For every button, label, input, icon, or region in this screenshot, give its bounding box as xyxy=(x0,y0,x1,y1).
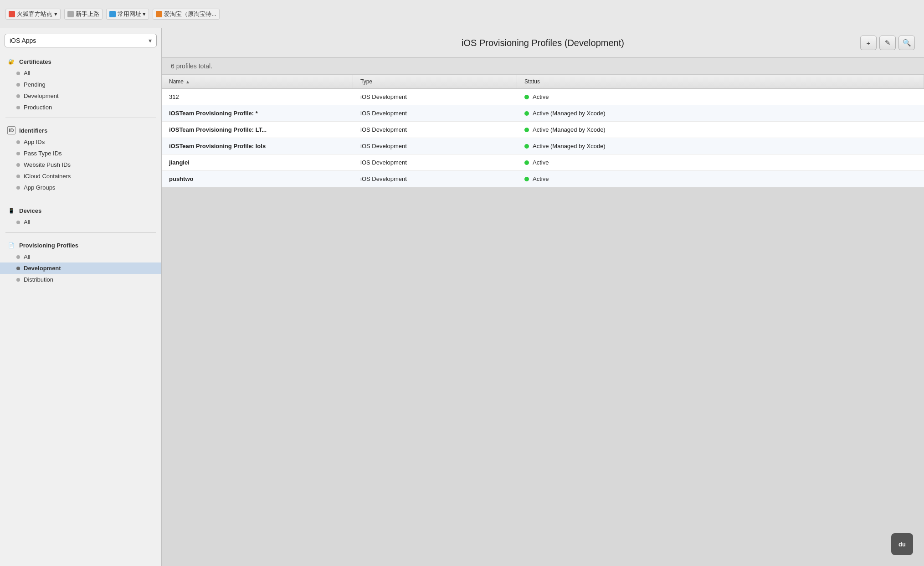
sidebar-item-cert-production[interactable]: Production xyxy=(0,102,161,113)
table-row[interactable]: 312 iOS Development Active xyxy=(162,89,924,105)
sidebar-item-pp-development[interactable]: Development xyxy=(0,262,161,274)
cell-status: Active xyxy=(517,171,924,187)
identifiers-header: ID Identifiers xyxy=(0,123,161,136)
cell-name: pushtwo xyxy=(162,171,353,187)
bullet-icon xyxy=(16,72,20,75)
favicon-newbie xyxy=(67,11,74,17)
ios-apps-dropdown[interactable]: iOS Apps ▾ xyxy=(5,34,157,47)
ios-apps-dropdown-label: iOS Apps xyxy=(10,37,36,44)
table-row[interactable]: iOSTeam Provisioning Profile: lols iOS D… xyxy=(162,138,924,154)
bookmark-common[interactable]: 常用网址 ▾ xyxy=(106,9,149,20)
cell-type: iOS Development xyxy=(353,154,517,170)
bookmark-firefox[interactable]: 火狐官方站点 ▾ xyxy=(5,9,61,20)
table-body: 312 iOS Development Active iOSTeam Provi… xyxy=(162,89,924,187)
search-icon: 🔍 xyxy=(903,39,911,47)
identifiers-icon: ID xyxy=(7,126,15,134)
status-dot-icon xyxy=(524,144,529,149)
sidebar-item-cert-pending[interactable]: Pending xyxy=(0,79,161,90)
status-text: Active xyxy=(533,175,549,182)
certificates-label: Certificates xyxy=(19,58,51,65)
profile-count: 6 profiles total. xyxy=(171,62,212,70)
cell-name: iOSTeam Provisioning Profile: * xyxy=(162,105,353,121)
sidebar-item-cert-all[interactable]: All xyxy=(0,67,161,79)
page-title: iOS Provisioning Profiles (Development) xyxy=(226,38,860,48)
bullet-icon xyxy=(16,186,20,190)
col-header-name[interactable]: Name ▲ xyxy=(162,75,353,88)
cell-type: iOS Development xyxy=(353,89,517,105)
status-text: Active xyxy=(533,159,549,166)
devices-header: 📱 Devices xyxy=(0,203,161,216)
status-text: Active xyxy=(533,93,549,100)
content-area: iOS Provisioning Profiles (Development) … xyxy=(162,28,924,566)
sidebar-item-cert-development[interactable]: Development xyxy=(0,90,161,102)
bullet-icon xyxy=(16,175,20,178)
cell-name: 312 xyxy=(162,89,353,105)
bullet-icon xyxy=(16,83,20,87)
status-dot-icon xyxy=(524,160,529,165)
col-status-label: Status xyxy=(524,78,540,85)
sidebar-item-appgroups[interactable]: App Groups xyxy=(0,182,161,193)
cell-status: Active (Managed by Xcode) xyxy=(517,122,924,138)
table-row[interactable]: jianglei iOS Development Active xyxy=(162,154,924,171)
cell-type: iOS Development xyxy=(353,122,517,138)
cell-name: jianglei xyxy=(162,154,353,170)
bookmark-taobao-label: 爱淘宝（原淘宝特... xyxy=(164,10,216,18)
favicon-firefox xyxy=(9,11,15,17)
sidebar-item-label: Distribution xyxy=(24,276,53,283)
status-dot-icon xyxy=(524,95,529,99)
col-name-label: Name xyxy=(169,78,184,85)
col-header-status[interactable]: Status xyxy=(517,75,924,88)
sidebar-item-passtypeids[interactable]: Pass Type IDs xyxy=(0,148,161,159)
sidebar-item-label: Development xyxy=(24,93,59,99)
sidebar-item-label: All xyxy=(24,70,30,77)
identifiers-label: Identifiers xyxy=(19,127,47,134)
sidebar-item-label: Pass Type IDs xyxy=(24,150,62,157)
status-text: Active (Managed by Xcode) xyxy=(533,143,606,149)
cell-status: Active xyxy=(517,89,924,105)
sidebar: iOS Apps ▾ 🔐 Certificates All Pending De… xyxy=(0,28,162,566)
sidebar-item-label: Production xyxy=(24,104,52,111)
provisioning-section: 📄 Provisioning Profiles All Development … xyxy=(0,235,161,288)
devices-section: 📱 Devices All xyxy=(0,200,161,231)
cell-type: iOS Development xyxy=(353,171,517,187)
bullet-icon xyxy=(16,94,20,98)
bookmark-newbie[interactable]: 新手上路 xyxy=(64,9,103,20)
divider-1 xyxy=(5,118,156,118)
header-actions: + ✎ 🔍 xyxy=(860,36,915,50)
bookmark-taobao[interactable]: 爱淘宝（原淘宝特... xyxy=(153,9,220,20)
sidebar-item-pp-distribution[interactable]: Distribution xyxy=(0,274,161,285)
search-button[interactable]: 🔍 xyxy=(898,36,915,50)
sidebar-item-icloudcontainers[interactable]: iCloud Containers xyxy=(0,170,161,182)
certificates-section: 🔐 Certificates All Pending Development P… xyxy=(0,51,161,116)
cell-name: iOSTeam Provisioning Profile: lols xyxy=(162,138,353,154)
sort-arrow-icon: ▲ xyxy=(185,79,190,84)
sidebar-item-devices-all[interactable]: All xyxy=(0,216,161,228)
bookmark-newbie-label: 新手上路 xyxy=(76,10,99,18)
table-row[interactable]: pushtwo iOS Development Active xyxy=(162,171,924,187)
browser-chrome: 火狐官方站点 ▾ 新手上路 常用网址 ▾ 爱淘宝（原淘宝特... xyxy=(0,0,924,28)
favicon-taobao xyxy=(156,11,162,17)
chevron-down-icon: ▾ xyxy=(149,37,152,44)
col-header-type[interactable]: Type xyxy=(353,75,517,88)
floating-du-button[interactable]: du xyxy=(891,533,913,555)
profile-count-bar: 6 profiles total. xyxy=(162,58,924,75)
floating-btn-label: du xyxy=(898,541,906,548)
add-button[interactable]: + xyxy=(860,36,877,50)
status-text: Active (Managed by Xcode) xyxy=(533,126,606,133)
table-row[interactable]: iOSTeam Provisioning Profile: * iOS Deve… xyxy=(162,105,924,122)
cell-type: iOS Development xyxy=(353,105,517,121)
sidebar-item-label: Pending xyxy=(24,81,46,88)
sidebar-item-pp-all[interactable]: All xyxy=(0,251,161,262)
provisioning-header: 📄 Provisioning Profiles xyxy=(0,237,161,251)
sidebar-item-label: App IDs xyxy=(24,139,45,145)
edit-button[interactable]: ✎ xyxy=(879,36,896,50)
bullet-icon xyxy=(16,106,20,109)
sidebar-item-appids[interactable]: App IDs xyxy=(0,136,161,148)
cell-type: iOS Development xyxy=(353,138,517,154)
sidebar-item-label: All xyxy=(24,219,30,226)
sidebar-item-websitepushids[interactable]: Website Push IDs xyxy=(0,159,161,170)
status-dot-icon xyxy=(524,177,529,181)
profiles-table: Name ▲ Type Status 312 iOS Development xyxy=(162,75,924,187)
certificates-header: 🔐 Certificates xyxy=(0,54,161,67)
table-row[interactable]: iOSTeam Provisioning Profile: LT... iOS … xyxy=(162,122,924,138)
